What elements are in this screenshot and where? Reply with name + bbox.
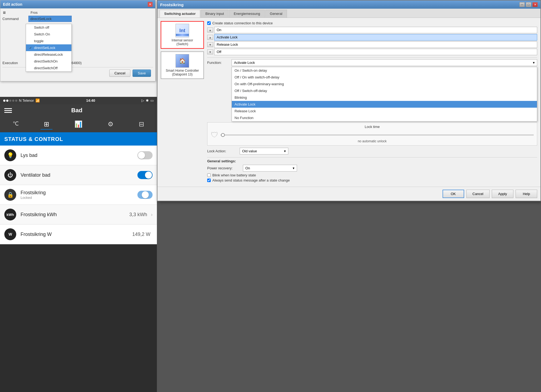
dot-4 (12, 100, 14, 102)
internal-sensor-box[interactable]: Int Internal sensor (Switch) (161, 21, 204, 49)
func-item-activate-lock[interactable]: Activate Lock (232, 101, 537, 108)
slider-track-container (220, 132, 534, 138)
blink-checkbox[interactable] (207, 173, 211, 177)
priority-section: ▲ On ▲ Activate Lock (207, 27, 537, 55)
dropdown-item-directswitchon[interactable]: directSwitchOn (26, 58, 71, 65)
maximize-button[interactable]: □ (526, 2, 531, 7)
nav-grid-icon[interactable]: ⊞ (41, 119, 52, 130)
phone-time: 14:40 (86, 98, 95, 103)
dropdown-item-switch-on[interactable]: Switch On (26, 31, 71, 38)
power-recovery-row: Power recovery: On ▾ (207, 165, 537, 172)
dialog-cancel-button[interactable]: Cancel (466, 190, 490, 198)
subtitle-row: 🖥 Fros (2, 11, 153, 15)
lys-bad-toggle[interactable] (137, 151, 153, 159)
cancel-button[interactable]: Cancel (109, 70, 130, 77)
phone-title: Bad (71, 107, 83, 114)
general-settings: General settings: Power recovery: On ▾ B… (207, 159, 537, 182)
priority-field-off: Off (214, 49, 537, 55)
phone-status-bar: N Telenor 📶 14:40 ▷ ✱ ▭ (0, 97, 157, 104)
priority-row-release-lock: ▼ Release Lock (207, 41, 537, 48)
tab-energiemessung[interactable]: Energiemessung (229, 10, 265, 18)
tab-binary-input[interactable]: Binary input (201, 10, 229, 18)
status-control-header: STATUS & CONTROL (0, 133, 157, 146)
func-item-no-function[interactable]: No Function (232, 114, 537, 121)
dropdown-item-directreleaselock[interactable]: directReleaseLock (26, 51, 71, 58)
lock-time-slider-thumb[interactable] (221, 133, 225, 137)
dot-1 (3, 100, 5, 102)
func-item-off-switchoff-delay[interactable]: Off / Switch-off-delay (232, 87, 537, 94)
command-dropdown-menu: Switch off Switch On toggle ✓ directSetL… (26, 24, 72, 72)
smart-home-controller-box[interactable]: 🏠 Smart Home Controller (Datapoint 13) (161, 51, 204, 79)
smart-home-img: 🏠 (176, 54, 189, 68)
device-list: 💡 Lys bad ⏻ Ventilator bad (0, 146, 157, 244)
func-item-blinking[interactable]: Blinking (232, 94, 537, 101)
lock-action-row: Lock Action: Old value ▾ (207, 148, 537, 154)
dropdown-arrow-icon: ▾ (533, 61, 535, 65)
status-connection-row: Create status connection to this device (207, 21, 537, 25)
lock-action-dropdown[interactable]: Old value ▾ (240, 148, 288, 154)
func-item-switch-on-delay[interactable]: On / Switch-on delay (232, 67, 537, 74)
internal-sensor-label: Internal sensor (Switch) (171, 38, 193, 46)
blink-label: Blink when low battery state (212, 173, 256, 177)
power-recovery-dropdown[interactable]: On ▾ (243, 165, 297, 172)
tab-switching-actuator[interactable]: Switching actuator (160, 10, 200, 18)
always-send-checkbox[interactable] (207, 179, 211, 182)
execution-label: Execution (2, 61, 27, 65)
settings-panel: Create status connection to this device … (207, 21, 537, 183)
device-item-frostsikring-kwh[interactable]: kWh Frostsikring kWh 3,3 kWh › (0, 205, 157, 225)
frostsikring-toggle-knob (142, 191, 149, 198)
function-dropdown-list: On / Switch-on delay Off / On with switc… (232, 67, 537, 121)
int-label: Int (179, 28, 185, 34)
edit-action-close-button[interactable]: ✕ (148, 2, 153, 7)
tab-bar: Switching actuator Binary input Energiem… (157, 9, 540, 18)
command-dropdown[interactable]: directSetLock (28, 16, 72, 22)
power-recovery-value: On (245, 166, 250, 170)
dropdown-item-toggle[interactable]: toggle (26, 38, 71, 44)
command-row: Command directSetLock Switch off Switch … (2, 16, 153, 22)
func-item-release-lock[interactable]: Release Lock (232, 108, 537, 114)
always-send-label: Always send status message after a state… (212, 178, 290, 182)
priority-field-on: On (214, 27, 537, 33)
edit-action-buttons: Cancel Save (2, 67, 153, 79)
w-icon: W (4, 228, 16, 240)
device-item-ventilator: ⏻ Ventilator bad (0, 165, 157, 185)
status-connection-label[interactable]: Create status connection to this device (207, 21, 273, 25)
priority-row-on: ▲ On (207, 27, 537, 33)
func-item-on-off-warning[interactable]: On with Off-preliminary-warning (232, 81, 537, 87)
execution-row: Execution (Max: 64800) (2, 60, 153, 66)
nav-chart-icon[interactable]: 📊 (71, 119, 86, 130)
nav-gear-icon[interactable]: ⚙ (104, 119, 117, 130)
blink-row: Blink when low battery state (207, 173, 537, 177)
arrow-up-activate[interactable]: ▲ (207, 35, 213, 40)
ok-button[interactable]: OK (443, 190, 464, 198)
device-item-frostsikring-w: W Frostsikring W 149,2 W (0, 225, 157, 244)
status-connection-checkbox[interactable] (207, 21, 211, 25)
frostsikring-icon: 🔒 (4, 189, 16, 201)
hamburger-menu[interactable] (4, 108, 12, 113)
dropdown-item-directsetlock[interactable]: ✓ directSetLock (26, 44, 71, 51)
arrow-down-release[interactable]: ▼ (207, 42, 213, 47)
close-button[interactable]: ✕ (532, 2, 538, 7)
dropdown-item-switch-off[interactable]: Switch off (26, 24, 71, 31)
dot-5 (15, 100, 17, 102)
dropdown-item-directswitchoff[interactable]: directSwitchOff (26, 65, 71, 71)
arrow-up-on[interactable]: ▲ (207, 28, 213, 32)
hamburger-line-1 (4, 108, 12, 109)
lys-bad-name: Lys bad (21, 153, 137, 158)
dialog-content: Int Internal sensor (Switch) 🏠 Smart Hom… (157, 18, 540, 187)
arrow-down-off[interactable]: ▼ (207, 50, 213, 54)
frostsikring-toggle[interactable] (137, 191, 153, 199)
tab-general[interactable]: General (265, 10, 287, 18)
frostsikring-titlebar: Frostsikring ─ □ ✕ (157, 1, 540, 9)
func-item-off-on-switchoff[interactable]: Off / On with switch-off-delay (232, 74, 537, 81)
apply-button[interactable]: Apply (492, 190, 513, 198)
minimize-button[interactable]: ─ (519, 2, 525, 7)
function-dropdown[interactable]: Activate Lock ▾ (232, 59, 537, 66)
nav-temp-icon[interactable]: ℃ (9, 119, 22, 130)
help-button[interactable]: Help (516, 190, 537, 198)
status-control-title: STATUS & CONTROL (4, 136, 63, 142)
status-right: ▷ ✱ ▭ (141, 98, 154, 103)
ventilator-toggle[interactable] (137, 171, 153, 179)
save-button[interactable]: Save (133, 70, 151, 77)
nav-layout-icon[interactable]: ⊟ (136, 119, 147, 130)
